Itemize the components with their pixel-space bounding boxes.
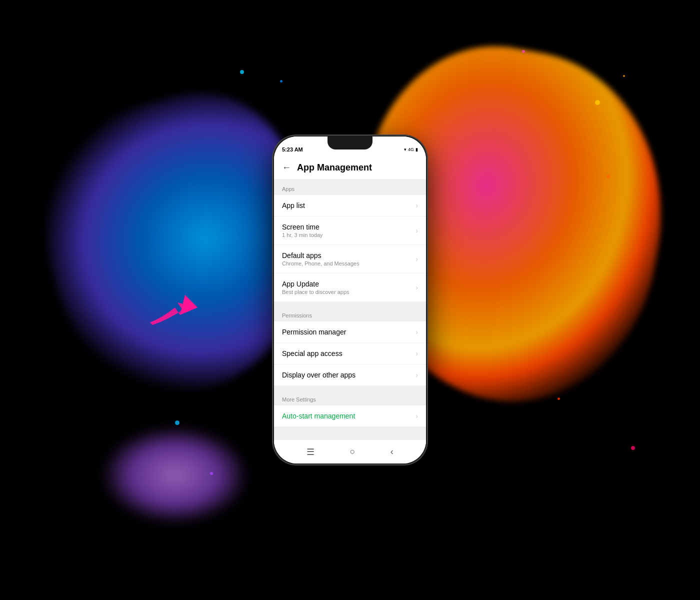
page-title: App Management bbox=[297, 162, 372, 173]
section-gap-2 bbox=[274, 386, 426, 390]
screen-time-item[interactable]: Screen time 1 hr, 3 min today › bbox=[274, 216, 426, 245]
more-settings-label: More Settings bbox=[274, 390, 426, 406]
auto-start-item[interactable]: Auto-start management › bbox=[274, 406, 426, 426]
wifi-icon: ▾ bbox=[404, 147, 406, 152]
app-update-item[interactable]: App Update Best place to discover apps › bbox=[274, 274, 426, 302]
menu-nav-icon[interactable]: ☰ bbox=[306, 446, 314, 458]
particle bbox=[280, 80, 282, 82]
screen-time-title: Screen time bbox=[282, 223, 322, 231]
auto-start-title: Auto-start management bbox=[282, 412, 355, 420]
auto-start-chevron: › bbox=[416, 412, 418, 420]
app-update-chevron: › bbox=[416, 284, 418, 292]
notch bbox=[328, 136, 372, 150]
home-nav-icon[interactable]: ○ bbox=[350, 446, 356, 457]
app-header: ← App Management bbox=[274, 158, 426, 179]
app-list-title: App list bbox=[282, 202, 305, 210]
permissions-section-label: Permissions bbox=[274, 306, 426, 322]
phone-screen: 5:23 AM ▾ 4G ▮ ← App Management Apps bbox=[274, 136, 426, 464]
particle bbox=[606, 175, 610, 178]
app-list-content: App list bbox=[282, 202, 305, 210]
screen-time-content: Screen time 1 hr, 3 min today bbox=[282, 223, 322, 238]
status-bar: 5:23 AM ▾ 4G ▮ bbox=[274, 136, 426, 158]
particle bbox=[210, 472, 213, 475]
display-over-apps-content: Display over other apps bbox=[282, 371, 356, 379]
particle bbox=[522, 50, 525, 53]
default-apps-subtitle: Chrome, Phone, and Messages bbox=[282, 260, 360, 266]
bottom-nav: ☰ ○ ‹ bbox=[274, 440, 426, 464]
signal-icon: 4G bbox=[408, 147, 414, 152]
back-nav-icon[interactable]: ‹ bbox=[390, 446, 394, 457]
default-apps-item[interactable]: Default apps Chrome, Phone, and Messages… bbox=[274, 245, 426, 274]
app-list-item[interactable]: App list › bbox=[274, 195, 426, 216]
special-app-access-item[interactable]: Special app access › bbox=[274, 343, 426, 364]
particle bbox=[175, 420, 180, 425]
screen-time-subtitle: 1 hr, 3 min today bbox=[282, 232, 322, 238]
purple-splash bbox=[100, 425, 250, 525]
back-button[interactable]: ← bbox=[282, 162, 291, 173]
particle bbox=[240, 70, 244, 74]
app-list-chevron: › bbox=[416, 202, 418, 210]
apps-section-label: Apps bbox=[274, 179, 426, 195]
permission-manager-content: Permission manager bbox=[282, 328, 346, 336]
app-update-subtitle: Best place to discover apps bbox=[282, 289, 350, 295]
screen-time-chevron: › bbox=[416, 226, 418, 234]
content-area: Apps App list › Screen time 1 hr, 3 min … bbox=[274, 179, 426, 440]
default-apps-title: Default apps bbox=[282, 252, 360, 260]
particle bbox=[631, 446, 635, 450]
particle bbox=[558, 398, 560, 400]
particle bbox=[623, 75, 625, 77]
special-app-access-chevron: › bbox=[416, 350, 418, 358]
permissions-section: Permissions Permission manager › Special… bbox=[274, 306, 426, 386]
battery-icon: ▮ bbox=[416, 147, 418, 152]
default-apps-chevron: › bbox=[416, 255, 418, 263]
display-over-apps-chevron: › bbox=[416, 371, 418, 379]
particle bbox=[595, 100, 600, 105]
apps-section: Apps App list › Screen time 1 hr, 3 min … bbox=[274, 179, 426, 302]
section-gap-1 bbox=[274, 302, 426, 306]
app-update-content: App Update Best place to discover apps bbox=[282, 280, 350, 295]
status-time: 5:23 AM bbox=[282, 146, 303, 152]
permission-manager-item[interactable]: Permission manager › bbox=[274, 322, 426, 343]
arrow-indicator bbox=[148, 285, 212, 330]
permission-manager-chevron: › bbox=[416, 328, 418, 336]
phone-wrapper: 5:23 AM ▾ 4G ▮ ← App Management Apps bbox=[272, 135, 428, 465]
status-icons: ▾ 4G ▮ bbox=[404, 147, 418, 152]
app-update-title: App Update bbox=[282, 280, 350, 288]
more-settings-section: More Settings Auto-start management › bbox=[274, 390, 426, 426]
display-over-apps-title: Display over other apps bbox=[282, 371, 356, 379]
display-over-apps-item[interactable]: Display over other apps › bbox=[274, 364, 426, 386]
default-apps-content: Default apps Chrome, Phone, and Messages bbox=[282, 252, 360, 266]
permission-manager-title: Permission manager bbox=[282, 328, 346, 336]
special-app-access-title: Special app access bbox=[282, 350, 342, 358]
special-app-access-content: Special app access bbox=[282, 350, 342, 358]
phone-frame: 5:23 AM ▾ 4G ▮ ← App Management Apps bbox=[272, 135, 428, 465]
